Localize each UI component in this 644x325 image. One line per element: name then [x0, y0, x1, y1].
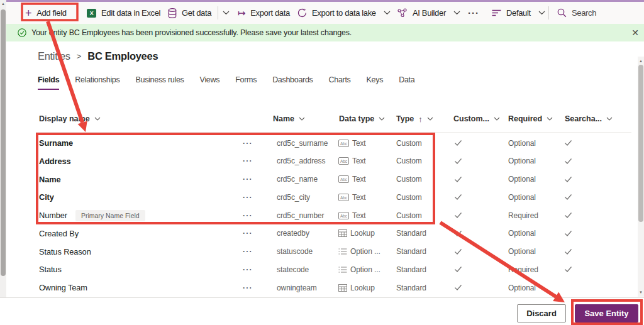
field-display-name: City	[39, 188, 54, 206]
breadcrumb-entities[interactable]: Entities	[38, 50, 70, 62]
searchable-checkmark	[564, 188, 572, 206]
breadcrumb-separator-icon: >	[77, 52, 82, 61]
get-data-button[interactable]: Get data	[168, 2, 211, 24]
scroll-down-icon[interactable]: ▼	[638, 289, 644, 295]
text-type-icon: Abc	[338, 212, 349, 219]
table-row[interactable]: Name···crd5c_nameAbcTextCustomOptional	[0, 170, 638, 189]
column-header-display-name[interactable]: Display name	[39, 114, 101, 123]
discard-button[interactable]: Discard	[517, 304, 566, 322]
table-row[interactable]: City···crd5c_cityAbcTextCustomOptional	[0, 188, 638, 206]
content-scrollbar[interactable]: ▲ ▼	[638, 57, 644, 297]
field-required: Optional	[508, 224, 536, 243]
row-more-icon[interactable]: ···	[243, 278, 253, 297]
checkmark-icon	[564, 140, 572, 146]
searchable-checkmark	[564, 152, 572, 170]
field-data-type: Lookup	[338, 278, 375, 297]
row-more-icon[interactable]: ···	[243, 170, 253, 189]
more-commands-button[interactable]: ···	[468, 2, 479, 24]
field-type: Custom	[396, 170, 422, 189]
tab-data[interactable]: Data	[399, 75, 414, 90]
checkmark-icon	[564, 176, 572, 183]
field-logical-name: crd5c_address	[277, 152, 325, 170]
powerapps-entity-page: ▲ ▼ + Add field X Edit data in Excel Get…	[0, 0, 644, 325]
add-field-button[interactable]: + Add field	[25, 2, 67, 24]
table-row[interactable]: Status Reason···statuscodeOption ...Stan…	[0, 243, 638, 261]
scroll-up-icon[interactable]: ▲	[638, 58, 644, 64]
close-icon[interactable]: ✕	[630, 27, 641, 38]
field-display-name: Created By	[39, 224, 79, 243]
field-logical-name: crd5c_number	[277, 206, 325, 224]
searchable-checkmark	[564, 206, 572, 224]
field-display-name: Owning Team	[39, 278, 87, 297]
table-row[interactable]: Owning Team···owningteamLookupStandardOp…	[0, 278, 638, 297]
checkmark-icon	[564, 230, 572, 237]
sort-ascending-icon: ↑	[418, 115, 423, 123]
entity-tabs: FieldsRelationshipsBusiness rulesViewsFo…	[38, 75, 414, 90]
data-lake-icon	[297, 8, 307, 18]
export-data-lake-button[interactable]: Export to data lake	[297, 2, 391, 24]
field-type: Custom	[396, 188, 422, 206]
page-title: BC Employees	[87, 50, 158, 62]
export-data-button[interactable]: ↦ Export data	[238, 2, 290, 24]
row-more-icon[interactable]: ···	[243, 152, 253, 170]
tab-fields[interactable]: Fields	[38, 75, 59, 90]
text-type-icon: Abc	[338, 157, 349, 165]
option-set-type-icon	[338, 248, 347, 255]
column-header-custom[interactable]: Custom...	[453, 114, 500, 123]
field-type: Standard	[396, 243, 426, 261]
get-data-split-chevron[interactable]	[223, 2, 230, 24]
column-header-searchable[interactable]: Searcha...	[565, 114, 613, 123]
field-logical-name: createdby	[277, 224, 309, 243]
text-type-icon: Abc	[338, 140, 349, 147]
tab-dashboards[interactable]: Dashboards	[272, 75, 313, 90]
field-type: Custom	[396, 206, 422, 224]
column-header-required[interactable]: Required	[508, 114, 553, 123]
searchable-checkmark	[564, 134, 572, 152]
content-scrollbar-thumb[interactable]	[638, 65, 643, 222]
tab-keys[interactable]: Keys	[367, 75, 384, 90]
field-display-name: Surname	[39, 134, 73, 152]
table-row[interactable]: Address···crd5c_addressAbcTextCustomOpti…	[0, 152, 638, 170]
row-more-icon[interactable]: ···	[243, 206, 253, 224]
column-header-type[interactable]: Type ↑	[396, 114, 433, 123]
table-row[interactable]: NumberPrimary Name Field···crd5c_numberA…	[0, 206, 638, 224]
tab-forms[interactable]: Forms	[235, 75, 257, 90]
row-more-icon[interactable]: ···	[243, 243, 253, 261]
field-display-name: Status	[39, 260, 62, 278]
row-more-icon[interactable]: ···	[243, 134, 253, 152]
row-more-icon[interactable]: ···	[243, 188, 253, 206]
ai-builder-icon	[397, 8, 408, 18]
header-divider	[36, 132, 631, 133]
edit-data-excel-button[interactable]: X Edit data in Excel	[87, 2, 160, 24]
tab-charts[interactable]: Charts	[329, 75, 351, 90]
field-data-type: AbcText	[338, 188, 366, 206]
scroll-up-icon[interactable]: ▲	[0, 1, 6, 7]
chevron-down-icon	[547, 117, 553, 121]
row-more-icon[interactable]: ···	[243, 260, 253, 278]
table-row[interactable]: Created By···createdbyLookupStandardOpti…	[0, 224, 638, 243]
ai-builder-button[interactable]: AI Builder	[397, 2, 460, 24]
tab-views[interactable]: Views	[200, 75, 220, 90]
row-more-icon[interactable]: ···	[243, 224, 253, 243]
field-logical-name: crd5c_name	[277, 170, 318, 189]
column-header-data-type[interactable]: Data type	[339, 114, 385, 123]
field-logical-name: crd5c_city	[277, 188, 310, 206]
search-icon	[557, 8, 567, 18]
search-box[interactable]: Search	[557, 2, 596, 24]
svg-text:Abc: Abc	[340, 195, 348, 199]
checkmark-icon	[564, 248, 572, 255]
tab-relationships[interactable]: Relationships	[75, 75, 119, 90]
field-type: Custom	[396, 152, 422, 170]
save-entity-button[interactable]: Save Entity	[575, 304, 638, 322]
lookup-type-icon	[338, 229, 347, 237]
tab-business-rules[interactable]: Business rules	[135, 75, 184, 90]
table-row[interactable]: Status···statecodeOption ...StandardRequ…	[0, 260, 638, 278]
view-selector-button[interactable]: Default	[492, 2, 545, 24]
toolbar-separator	[218, 6, 218, 19]
checkmark-icon	[454, 230, 462, 237]
table-header: Display name Name Data type Type ↑ Custo…	[0, 114, 638, 131]
svg-text:Abc: Abc	[340, 159, 348, 163]
table-row[interactable]: Surname···crd5c_surnameAbcTextCustomOpti…	[0, 134, 638, 152]
column-header-name[interactable]: Name	[273, 114, 305, 123]
search-placeholder: Search	[572, 8, 596, 18]
